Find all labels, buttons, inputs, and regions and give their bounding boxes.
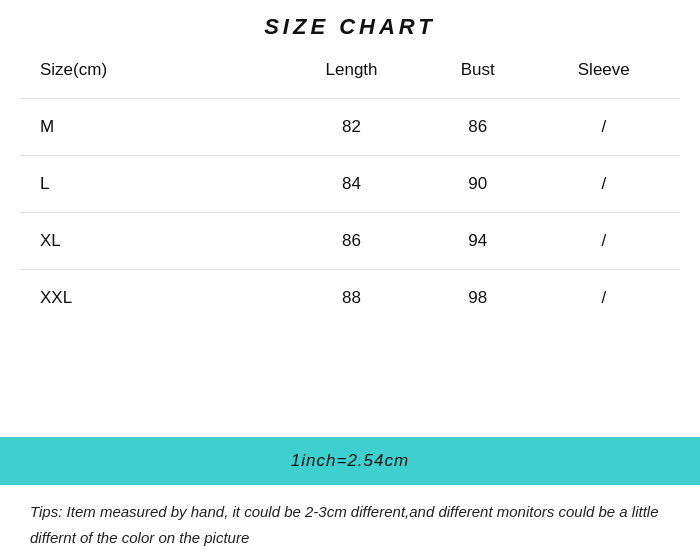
- table-row: XXL8898/: [20, 270, 680, 327]
- conversion-text: 1inch=2.54cm: [291, 451, 409, 470]
- col-header-bust: Bust: [428, 50, 528, 99]
- cell-length: 84: [275, 156, 427, 213]
- cell-length: 88: [275, 270, 427, 327]
- title-section: SIZE CHART: [0, 0, 700, 50]
- cell-length: 86: [275, 213, 427, 270]
- cell-bust: 94: [428, 213, 528, 270]
- cell-sleeve: /: [528, 99, 680, 156]
- table-section: Size(cm) Length Bust Sleeve M8286/L8490/…: [0, 50, 700, 427]
- cell-size: L: [20, 156, 275, 213]
- table-row: M8286/: [20, 99, 680, 156]
- cell-bust: 86: [428, 99, 528, 156]
- col-header-size: Size(cm): [20, 50, 275, 99]
- cell-sleeve: /: [528, 270, 680, 327]
- table-row: XL8694/: [20, 213, 680, 270]
- col-header-sleeve: Sleeve: [528, 50, 680, 99]
- tips-text: Tips: Item measured by hand, it could be…: [30, 499, 670, 550]
- cell-size: XXL: [20, 270, 275, 327]
- cell-size: XL: [20, 213, 275, 270]
- col-header-length: Length: [275, 50, 427, 99]
- conversion-bar: 1inch=2.54cm: [0, 437, 700, 485]
- cell-size: M: [20, 99, 275, 156]
- cell-length: 82: [275, 99, 427, 156]
- tips-section: Tips: Item measured by hand, it could be…: [0, 485, 700, 560]
- cell-bust: 98: [428, 270, 528, 327]
- size-chart-table: Size(cm) Length Bust Sleeve M8286/L8490/…: [20, 50, 680, 326]
- cell-sleeve: /: [528, 213, 680, 270]
- page-wrapper: SIZE CHART Size(cm) Length Bust Sleeve M…: [0, 0, 700, 560]
- cell-sleeve: /: [528, 156, 680, 213]
- cell-bust: 90: [428, 156, 528, 213]
- table-header-row: Size(cm) Length Bust Sleeve: [20, 50, 680, 99]
- table-row: L8490/: [20, 156, 680, 213]
- page-title: SIZE CHART: [264, 14, 436, 39]
